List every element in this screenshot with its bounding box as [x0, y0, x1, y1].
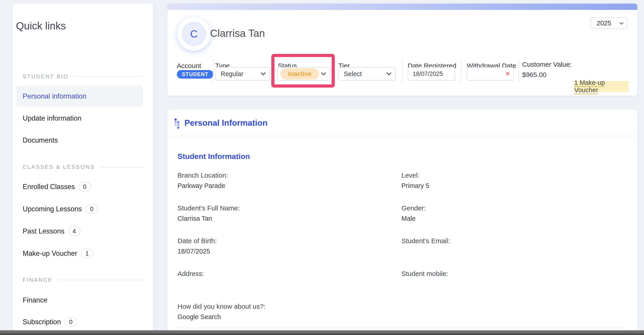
count-badge: 1	[81, 249, 93, 258]
avatar: C	[177, 17, 211, 51]
field-label: Branch Location:	[178, 171, 402, 180]
count-badge: 0	[64, 317, 77, 327]
quick-links-panel: Quick links STUDENT BIO Personal informa…	[12, 3, 154, 333]
tier-select-value: Select	[344, 70, 362, 78]
field-label: Student's Full Name:	[178, 204, 402, 213]
date-registered-value: 18/07/2025	[413, 71, 443, 78]
section-finance: FINANCE	[23, 276, 143, 283]
field-level: Level: Primary 5	[402, 171, 626, 204]
customer-value-label: Customer Value:	[522, 60, 572, 69]
student-information-subheading: Student Information	[178, 151, 250, 161]
section-label: STUDENT BIO	[23, 73, 69, 80]
sidebar-item-finance[interactable]: Finance	[23, 295, 143, 305]
status-select[interactable]: Inactive	[277, 67, 330, 81]
section-divider	[100, 167, 143, 167]
sidebar-item-label: Upcoming Lessons	[23, 205, 82, 213]
withdrawal-date-input[interactable]: ✕	[467, 67, 514, 81]
field-value: Parkway Parade	[178, 181, 402, 190]
drag-handle-icon[interactable]	[174, 119, 179, 129]
field-value: 18/07/2025	[178, 247, 402, 256]
section-label: FINANCE	[23, 277, 52, 283]
chevron-down-icon	[321, 70, 326, 76]
divider	[461, 59, 461, 83]
sidebar-item-enrolled-classes[interactable]: Enrolled Classes 0	[23, 182, 143, 192]
student-header-card: C Clarrisa Tan 2025 Account STUDENT Type…	[167, 3, 638, 96]
field-value: Primary 5	[402, 181, 626, 190]
section-student-bio: STUDENT BIO	[23, 73, 143, 80]
field-branch-location: Branch Location: Parkway Parade	[178, 171, 402, 204]
sidebar-item-label: Make-up Voucher	[23, 249, 77, 257]
sidebar-item-makeup-voucher[interactable]: Make-up Voucher 1	[23, 248, 143, 258]
year-select[interactable]: 2025	[590, 18, 628, 29]
sidebar-item-upcoming-lessons[interactable]: Upcoming Lessons 0	[23, 204, 143, 214]
student-name: Clarrisa Tan	[210, 27, 265, 40]
divider	[213, 59, 213, 83]
field-student-mobile: Student mobile:	[402, 269, 626, 302]
date-registered-input[interactable]: 18/07/2025	[408, 67, 455, 81]
field-gender: Gender: Male	[402, 204, 626, 236]
field-label: Level:	[402, 171, 626, 180]
sidebar-item-label: Finance	[23, 296, 47, 304]
header-accent-strip	[168, 4, 637, 10]
field-student-full-name: Student's Full Name: Clarrisa Tan	[178, 204, 402, 236]
field-value: Male	[402, 214, 626, 223]
status-select-value: Inactive	[280, 68, 319, 80]
section-label: CLASSES & LESSONS	[23, 164, 95, 170]
sidebar-item-documents[interactable]: Documents	[23, 135, 143, 145]
sidebar-item-past-lessons[interactable]: Past Lessons 4	[23, 226, 143, 236]
customer-value: $965.00	[522, 71, 546, 79]
sidebar-item-label: Enrolled Classes	[23, 183, 75, 191]
account-label: Account	[177, 61, 201, 70]
quick-links-title: Quick links	[16, 20, 66, 32]
field-date-of-birth: Date of Birth: 18/07/2025	[178, 236, 402, 269]
tier-select[interactable]: Select	[338, 67, 396, 81]
field-value: Clarrisa Tan	[178, 214, 402, 223]
count-badge: 4	[68, 227, 80, 236]
chevron-down-icon	[261, 70, 266, 76]
field-label: Address:	[178, 269, 402, 278]
sidebar-item-personal-information[interactable]: Personal information	[16, 86, 143, 107]
divider	[402, 59, 402, 83]
avatar-initial: C	[182, 22, 206, 46]
personal-information-card: Personal Information Student Information…	[167, 109, 638, 335]
field-label: Student's Email:	[402, 236, 626, 245]
year-select-value: 2025	[597, 20, 611, 27]
section-divider	[58, 280, 143, 280]
field-address: Address:	[178, 269, 402, 302]
field-label: Date of Birth:	[178, 236, 402, 245]
count-badge: 0	[78, 182, 91, 192]
sidebar-item-label: Documents	[23, 136, 58, 144]
divider	[178, 328, 626, 328]
divider	[168, 136, 637, 136]
student-information-fields: Branch Location: Parkway Parade Level: P…	[178, 171, 626, 335]
student-badge: STUDENT	[177, 70, 214, 79]
clear-icon[interactable]: ✕	[505, 71, 510, 77]
type-select[interactable]: Regular	[215, 67, 270, 81]
field-how-did-you-know: How did you know about us?: Google Searc…	[178, 302, 402, 335]
sidebar-item-label: Subscription	[23, 318, 61, 326]
makeup-voucher-link[interactable]: 1 Make-up Voucher	[574, 81, 628, 92]
sidebar-item-subscription[interactable]: Subscription 0	[23, 317, 143, 327]
count-badge: 0	[86, 204, 98, 214]
field-label: How did you know about us?:	[178, 302, 402, 311]
makeup-voucher-link-text: 1 Make-up Voucher	[574, 79, 628, 94]
chevron-down-icon	[620, 21, 624, 25]
chevron-down-icon	[386, 70, 392, 76]
divider	[518, 59, 519, 83]
sidebar-item-label: Update information	[23, 114, 82, 122]
sidebar-item-update-information[interactable]: Update information	[23, 113, 143, 123]
field-value: Google Search	[178, 312, 402, 321]
window-bottom-bar	[0, 330, 644, 335]
section-classes-lessons: CLASSES & LESSONS	[23, 163, 143, 171]
type-select-value: Regular	[220, 70, 244, 78]
field-label: Gender:	[402, 204, 626, 213]
sidebar-item-label: Past Lessons	[23, 227, 64, 235]
sidebar-item-label: Personal information	[23, 92, 86, 100]
personal-information-heading: Personal Information	[184, 118, 268, 128]
field-student-email: Student's Email:	[402, 236, 626, 269]
field-label: Student mobile:	[402, 269, 626, 278]
section-divider	[74, 76, 143, 77]
